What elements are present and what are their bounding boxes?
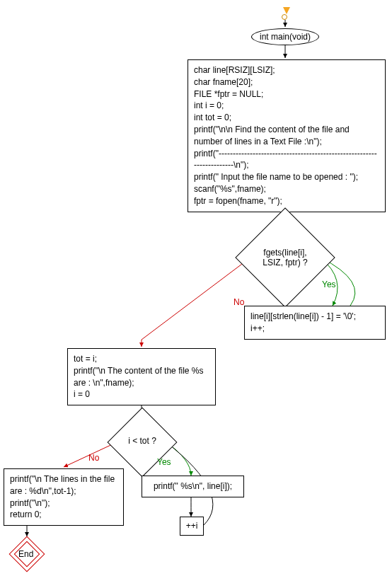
block1-line3: FILE *fptr = NULL; (194, 88, 379, 100)
yes1-line1: line[i][strlen(line[i]) - 1] = '\0'; (250, 311, 379, 323)
yes2-rect: printf(" %s\n", line[i]); (142, 476, 244, 497)
no2-rect: printf("\n The lines in the file are : %… (4, 468, 124, 526)
inc-rect: ++i (180, 517, 204, 536)
cond1-label-b: LSIZ, fptr) ? (263, 258, 307, 267)
start-node (282, 14, 287, 20)
no1-line2: printf("\n The content of the file %s ar… (74, 365, 209, 389)
main-label: int main(void) (260, 32, 311, 42)
block1-line6: printf("\n\n Find the content of the fil… (194, 124, 379, 148)
no1-rect: tot = i; printf("\n The content of the f… (67, 348, 216, 405)
block1-rect: char line[RSIZ][LSIZ]; char fname[20]; F… (188, 59, 386, 212)
block1-line10: fptr = fopen(fname, "r"); (194, 195, 379, 207)
cond1-label-a: fgets(line[i], (263, 248, 306, 258)
block1-line4: int i = 0; (194, 100, 379, 112)
end-label: End (18, 549, 33, 559)
no1-line1: tot = i; (74, 353, 209, 365)
cond2-no-label: No (88, 453, 99, 463)
block1-line7: printf("--------------------------------… (194, 148, 379, 172)
yes2-label: printf(" %s\n", line[i]); (154, 481, 232, 491)
block1-line9: scanf("%s",fname); (194, 183, 379, 195)
no2-line2: printf("\n"); (10, 497, 117, 509)
no1-line3: i = 0 (74, 388, 209, 401)
cond2-yes-label: Yes (157, 457, 171, 467)
cond2-label: i < tot ? (128, 436, 156, 446)
no2-line1: printf("\n The lines in the file are : %… (10, 473, 117, 497)
block1-line8: printf(" Input the file name to be opene… (194, 171, 379, 183)
block1-line5: int tot = 0; (194, 112, 379, 124)
inc-label: ++i (186, 521, 198, 531)
no2-line3: return 0; (10, 509, 117, 521)
start-arrow-icon (283, 7, 290, 14)
cond1-no-label: No (234, 297, 244, 307)
yes1-line2: i++; (250, 323, 379, 335)
cond1-yes-label: Yes (322, 280, 336, 289)
yes1-rect: line[i][strlen(line[i]) - 1] = '\0'; i++… (244, 306, 386, 340)
block1-line1: char line[RSIZ][LSIZ]; (194, 64, 379, 76)
block1-line2: char fname[20]; (194, 76, 379, 88)
main-ellipse: int main(void) (251, 28, 319, 45)
